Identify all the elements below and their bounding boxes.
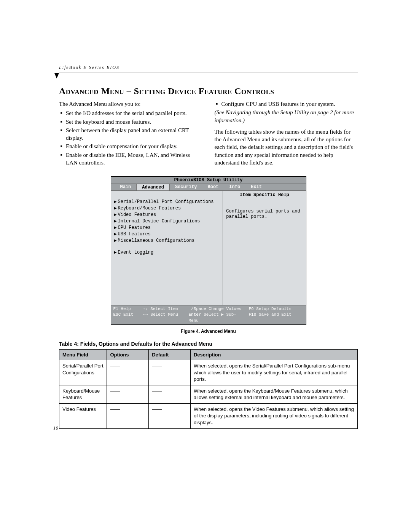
figure-caption: Figure 4. Advanced Menu (59, 329, 358, 334)
table-row: Video Features —— —— When selected, open… (59, 403, 358, 428)
bios-menu-list: ▶Serial/Parallel Port Configurations ▶Ke… (111, 191, 223, 305)
th-options: Options (107, 350, 149, 360)
key-minus-space: -/Space (189, 307, 206, 311)
bios-screenshot: PhoenixBIOS Setup Utility Main Advanced … (111, 176, 306, 325)
cell-description: When selected, opens the Serial/Parallel… (190, 360, 357, 385)
right-bullet-list: Configure CPU and USB features in your s… (215, 100, 358, 108)
bios-help-title: Item Specific Help (226, 192, 303, 201)
cell-menu-field: Serial/Parallel Port Configurations (59, 360, 107, 385)
bios-menu-item[interactable]: ▶Miscellaneous Configurations (114, 237, 220, 244)
document-page: LifeBook E Series BIOS Advanced Menu – S… (0, 0, 411, 532)
cross-reference: (See Navigating through the Setup Utilit… (215, 109, 358, 124)
th-description: Description (190, 350, 357, 360)
bios-help-panel: Item Specific Help Configures serial por… (223, 191, 306, 305)
running-header: LifeBook E Series BIOS (59, 65, 358, 70)
bios-tab-boot[interactable]: Boot (202, 184, 224, 190)
cell-description: When selected, opens the Video Features … (190, 403, 357, 428)
th-menu-field: Menu Field (59, 350, 107, 360)
key-f9: F9 (249, 307, 254, 311)
cell-menu-field: Video Features (59, 403, 107, 428)
triangle-right-icon: ▶ (114, 218, 118, 224)
bullet-item: Enable or disable the IDE, Mouse, LAN, a… (66, 151, 202, 167)
table-row: Keyboard/Mouse Features —— —— When selec… (59, 385, 358, 403)
two-column-body: The Advanced Menu allows you to: Set the… (59, 100, 358, 167)
th-default: Default (149, 350, 191, 360)
key-enter: Enter (189, 312, 201, 317)
left-bullet-list: Set the I/O addresses for the serial and… (59, 109, 202, 166)
table-row: Serial/Parallel Port Configurations —— —… (59, 360, 358, 385)
arrow-down-icon (54, 73, 59, 78)
intro-text: The Advanced Menu allows you to: (59, 100, 202, 108)
bios-menu-item[interactable]: ▶Event Logging (114, 249, 220, 256)
bios-footer: F1 Help ↑↓ Select Item -/Space Change Va… (111, 305, 306, 324)
table-title: Table 4: Fields, Options and Defaults fo… (59, 341, 358, 347)
triangle-right-icon: ▶ (114, 231, 118, 237)
cell-default: —— (149, 385, 191, 403)
right-paragraph: The following tables show the names of t… (215, 128, 358, 166)
fields-table: Menu Field Options Default Description S… (59, 349, 358, 428)
bios-tab-security[interactable]: Security (170, 184, 202, 190)
header-rule (59, 72, 358, 72)
bios-menu-item[interactable]: ▶Internal Device Configurations (114, 218, 220, 224)
bios-body: ▶Serial/Parallel Port Configurations ▶Ke… (111, 191, 306, 305)
page-title: Advanced Menu – Setting Device Feature C… (59, 86, 358, 96)
bios-help-text: Configures serial ports and parallel por… (226, 209, 303, 219)
bios-menu-item[interactable]: ▶USB Features (114, 231, 220, 237)
cell-options: —— (107, 385, 149, 403)
bullet-item: Select between the display panel and an … (66, 126, 202, 142)
cell-default: —— (149, 403, 191, 428)
triangle-right-icon: ▶ (114, 249, 118, 255)
bullet-item: Set the I/O addresses for the serial and… (66, 109, 202, 117)
table-header-row: Menu Field Options Default Description (59, 350, 358, 360)
triangle-right-icon: ▶ (114, 199, 118, 204)
bullet-item: Set the keyboard and mouse features. (66, 118, 202, 126)
key-esc: ESC (113, 312, 121, 317)
bios-menu-item[interactable]: ▶Keyboard/Mouse Features (114, 205, 220, 211)
triangle-right-icon: ▶ (114, 205, 118, 211)
bullet-item: Configure CPU and USB features in your s… (221, 100, 358, 108)
triangle-right-icon: ▶ (114, 212, 118, 217)
bios-tab-advanced[interactable]: Advanced (136, 184, 170, 190)
bios-tab-info[interactable]: Info (224, 184, 245, 190)
key-updown: ↑↓ (143, 307, 148, 311)
bios-utility-title: PhoenixBIOS Setup Utility (111, 177, 306, 184)
cell-description: When selected, opens the Keyboard/Mouse … (190, 385, 357, 403)
page-number: 10 (53, 425, 58, 431)
cell-options: —— (107, 403, 149, 428)
triangle-right-icon: ▶ (114, 238, 118, 243)
bios-tab-exit[interactable]: Exit (245, 184, 267, 190)
bullet-item: Enable or disable compensation for your … (66, 142, 202, 150)
key-leftright: ←→ (143, 312, 148, 317)
triangle-right-icon: ▶ (114, 225, 118, 230)
key-f1: F1 (113, 307, 118, 311)
bios-tab-main[interactable]: Main (115, 184, 137, 190)
cell-default: —— (149, 360, 191, 385)
bios-tab-bar: Main Advanced Security Boot Info Exit (111, 184, 306, 191)
bios-menu-item[interactable]: ▶CPU Features (114, 224, 220, 231)
bios-menu-item[interactable]: ▶Serial/Parallel Port Configurations (114, 198, 220, 205)
key-f10: F10 (249, 312, 256, 317)
left-column: The Advanced Menu allows you to: Set the… (59, 100, 202, 167)
cell-menu-field: Keyboard/Mouse Features (59, 385, 107, 403)
cell-options: —— (107, 360, 149, 385)
bios-menu-item[interactable]: ▶Video Features (114, 211, 220, 218)
right-column: Configure CPU and USB features in your s… (215, 100, 358, 167)
